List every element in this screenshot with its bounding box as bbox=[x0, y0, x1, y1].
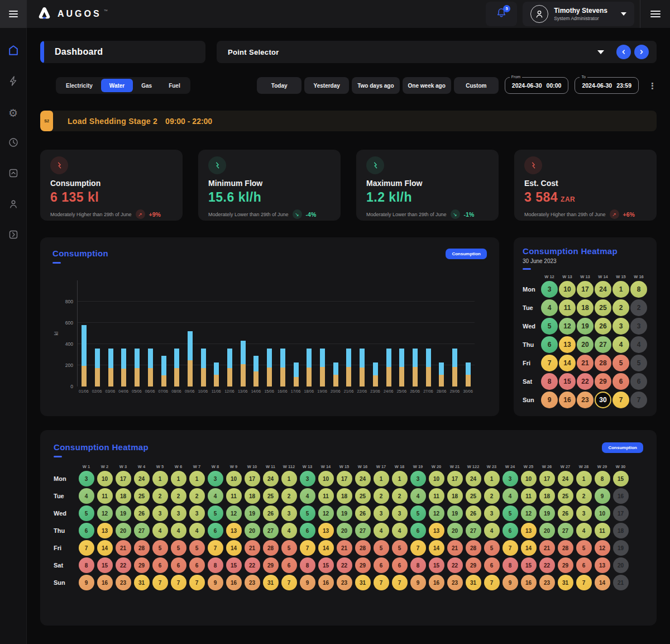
heatmap-cell[interactable]: 24 bbox=[263, 471, 279, 486]
heatmap-cell[interactable]: 7 bbox=[392, 575, 408, 590]
heatmap-cell[interactable]: 27 bbox=[134, 523, 150, 538]
notifications-button[interactable]: 5 bbox=[486, 2, 517, 26]
heatmap-cell[interactable]: 23 bbox=[539, 575, 555, 590]
heatmap-cell[interactable]: 3 bbox=[576, 505, 592, 521]
heatmap-cell[interactable]: 13 bbox=[318, 523, 334, 538]
heatmap-cell[interactable]: 15 bbox=[613, 471, 629, 486]
heatmap-cell[interactable]: 1 bbox=[281, 471, 297, 486]
heatmap-cell[interactable]: 2 bbox=[171, 488, 186, 504]
heatmap-cell[interactable]: 5 bbox=[541, 318, 558, 335]
heatmap-cell[interactable]: 18 bbox=[613, 523, 629, 538]
heatmap-cell[interactable]: 29 bbox=[263, 557, 279, 573]
heatmap-cell[interactable]: 1 bbox=[392, 471, 408, 486]
heatmap-cell[interactable]: 19 bbox=[613, 540, 629, 556]
heatmap-cell[interactable]: 28 bbox=[355, 540, 371, 556]
heatmap-cell[interactable]: 19 bbox=[539, 505, 555, 521]
heatmap-cell[interactable]: 13 bbox=[595, 557, 610, 573]
heatmap-cell[interactable]: 23 bbox=[337, 575, 352, 590]
heatmap-cell[interactable]: 7 bbox=[208, 540, 223, 556]
heatmap-cell[interactable]: 4 bbox=[392, 523, 408, 538]
heatmap-cell[interactable]: 6 bbox=[374, 557, 389, 573]
heatmap-cell[interactable]: 12 bbox=[595, 540, 610, 556]
heatmap-cell[interactable]: 4 bbox=[208, 488, 223, 504]
time-filter-today[interactable]: Today bbox=[257, 77, 302, 94]
heatmap-cell[interactable]: 11 bbox=[97, 488, 113, 504]
heatmap-cell[interactable]: 20 bbox=[539, 523, 555, 538]
heatmap-cell[interactable]: 1 bbox=[152, 471, 168, 486]
heatmap-cell[interactable]: 8 bbox=[630, 281, 647, 298]
heatmap-cell[interactable]: 7 bbox=[281, 575, 297, 590]
heatmap-cell[interactable]: 5 bbox=[484, 540, 500, 556]
heatmap-cell[interactable]: 22 bbox=[337, 557, 352, 573]
heatmap-cell[interactable]: 2 bbox=[152, 488, 168, 504]
heatmap-cell[interactable]: 2 bbox=[484, 488, 500, 504]
heatmap-cell[interactable]: 7 bbox=[152, 575, 168, 590]
heatmap-cell[interactable]: 14 bbox=[559, 355, 576, 371]
heatmap-cell[interactable]: 5 bbox=[502, 505, 518, 521]
heatmap-cell[interactable]: 2 bbox=[281, 488, 297, 504]
heatmap-cell[interactable]: 8 bbox=[541, 373, 558, 390]
sidebar-item-logout[interactable] bbox=[6, 228, 21, 244]
heatmap-cell[interactable]: 26 bbox=[134, 505, 150, 521]
heatmap-cell[interactable]: 3 bbox=[189, 505, 205, 521]
heatmap-cell[interactable]: 3 bbox=[171, 505, 186, 521]
heatmap-cell[interactable]: 16 bbox=[318, 575, 334, 590]
heatmap-cell[interactable]: 3 bbox=[484, 505, 500, 521]
heatmap-cell[interactable]: 19 bbox=[337, 505, 352, 521]
heatmap-cell[interactable]: 6 bbox=[281, 557, 297, 573]
heatmap-cell[interactable]: 25 bbox=[134, 488, 150, 504]
heatmap-cell[interactable]: 24 bbox=[595, 281, 611, 298]
heatmap-cell[interactable]: 7 bbox=[79, 540, 94, 556]
heatmap-legend-badge[interactable]: Consumption bbox=[602, 442, 643, 453]
heatmap-cell[interactable]: 14 bbox=[318, 540, 334, 556]
heatmap-cell[interactable]: 13 bbox=[521, 523, 537, 538]
heatmap-cell[interactable]: 3 bbox=[79, 471, 94, 486]
heatmap-cell[interactable]: 11 bbox=[521, 488, 537, 504]
heatmap-cell[interactable]: 23 bbox=[116, 575, 131, 590]
heatmap-cell[interactable]: 26 bbox=[263, 505, 279, 521]
heatmap-cell[interactable]: 17 bbox=[116, 471, 131, 486]
heatmap-cell[interactable]: 31 bbox=[355, 575, 371, 590]
tab-gas[interactable]: Gas bbox=[133, 79, 160, 92]
heatmap-cell[interactable]: 5 bbox=[612, 355, 629, 371]
heatmap-cell[interactable]: 11 bbox=[226, 488, 242, 504]
heatmap-cell[interactable]: 25 bbox=[466, 488, 481, 504]
heatmap-cell[interactable]: 4 bbox=[79, 488, 94, 504]
heatmap-cell[interactable]: 24 bbox=[355, 471, 371, 486]
heatmap-cell[interactable]: 29 bbox=[558, 557, 573, 573]
heatmap-cell[interactable]: 31 bbox=[134, 575, 150, 590]
heatmap-cell[interactable]: 7 bbox=[171, 575, 186, 590]
heatmap-cell[interactable]: 9 bbox=[502, 575, 518, 590]
heatmap-cell[interactable]: 23 bbox=[577, 392, 594, 408]
tab-electricity[interactable]: Electricity bbox=[58, 79, 101, 92]
heatmap-cell[interactable]: 7 bbox=[189, 575, 205, 590]
heatmap-cell[interactable]: 24 bbox=[558, 471, 573, 486]
heatmap-cell[interactable]: 28 bbox=[263, 540, 279, 556]
right-menu-button[interactable] bbox=[640, 0, 670, 28]
heatmap-cell[interactable]: 5 bbox=[281, 540, 297, 556]
heatmap-cell[interactable]: 27 bbox=[466, 523, 481, 538]
heatmap-cell[interactable]: 20 bbox=[337, 523, 352, 538]
heatmap-cell[interactable]: 5 bbox=[189, 540, 205, 556]
heatmap-cell[interactable]: 8 bbox=[208, 557, 223, 573]
prev-point-button[interactable] bbox=[616, 45, 631, 59]
heatmap-cell[interactable]: 5 bbox=[79, 505, 94, 521]
heatmap-cell[interactable]: 5 bbox=[392, 540, 408, 556]
heatmap-cell[interactable]: 18 bbox=[447, 488, 463, 504]
heatmap-cell[interactable]: 16 bbox=[97, 575, 113, 590]
heatmap-cell[interactable]: 21 bbox=[539, 540, 555, 556]
heatmap-cell[interactable]: 3 bbox=[541, 281, 558, 298]
heatmap-cell[interactable]: 13 bbox=[97, 523, 113, 538]
heatmap-cell[interactable]: 27 bbox=[558, 523, 573, 538]
heatmap-cell[interactable]: 12 bbox=[559, 318, 576, 335]
heatmap-cell[interactable]: 29 bbox=[355, 557, 371, 573]
heatmap-cell[interactable]: 14 bbox=[226, 540, 242, 556]
heatmap-cell[interactable]: 14 bbox=[97, 540, 113, 556]
heatmap-cell[interactable]: 1 bbox=[576, 471, 592, 486]
time-filter-two-days-ago[interactable]: Two days ago bbox=[352, 77, 399, 94]
heatmap-cell[interactable]: 22 bbox=[577, 373, 594, 390]
heatmap-cell[interactable]: 15 bbox=[429, 557, 444, 573]
heatmap-cell[interactable]: 7 bbox=[630, 392, 647, 408]
heatmap-cell[interactable]: 17 bbox=[245, 471, 260, 486]
more-options-button[interactable]: ⋮ bbox=[648, 82, 657, 90]
